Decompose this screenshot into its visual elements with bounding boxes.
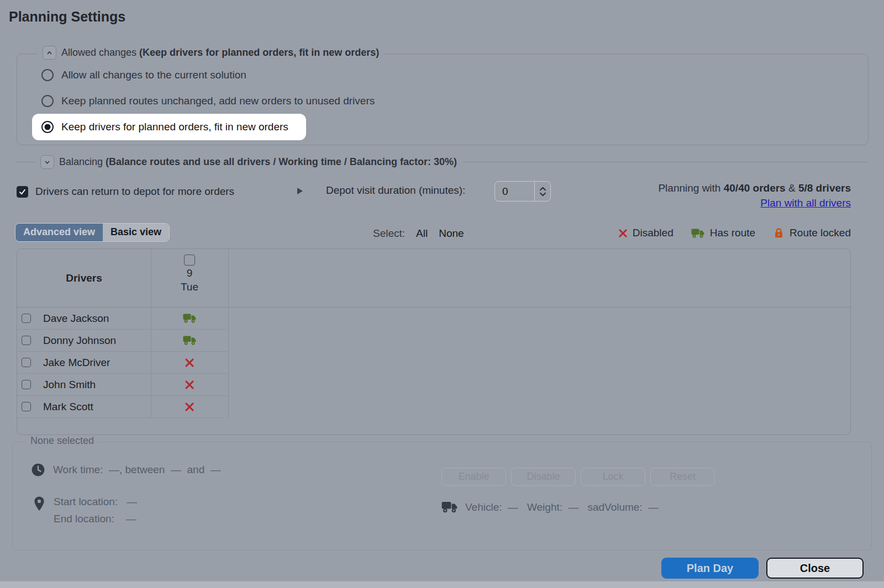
- tab-basic-view[interactable]: Basic view: [103, 224, 169, 241]
- driver-action-buttons: Enable Disable Lock Reset: [441, 468, 715, 486]
- location-pin-icon: [33, 496, 46, 512]
- view-toggle: Advanced view Basic view: [15, 223, 170, 242]
- radio-option-label[interactable]: Allow all changes to the current solutio…: [61, 69, 246, 81]
- radio-option: Keep planned routes unchanged, add new o…: [17, 88, 862, 114]
- select-label: Select:: [373, 227, 405, 240]
- driver-row: Donny Johnson: [17, 330, 228, 352]
- allowed-changes-legend: Allowed changes (Keep drivers for planne…: [38, 46, 383, 60]
- planning-settings-dialog: Planning Settings Allowed changes (Keep …: [0, 0, 884, 588]
- orders-count: 40/40 orders: [724, 182, 786, 194]
- footer-actions: Plan Day Close: [661, 558, 864, 579]
- disabled-icon: [185, 402, 194, 412]
- allowed-changes-options: Allow all changes to the current solutio…: [17, 62, 862, 140]
- driver-checkbox[interactable]: [22, 402, 31, 411]
- lock-button[interactable]: Lock: [581, 468, 645, 486]
- depot-duration-label: Depot visit duration (minutes):: [326, 184, 465, 197]
- driver-checkbox[interactable]: [22, 314, 31, 323]
- work-time-text: Work time: —, between — and —: [53, 464, 221, 476]
- expander-arrow-icon[interactable]: [297, 188, 303, 194]
- balancing-current: (Balance routes and use all drivers / Wo…: [106, 156, 457, 167]
- spinner-down-icon[interactable]: [539, 192, 546, 197]
- driver-status-cell: [151, 352, 228, 373]
- vehicle-row: Vehicle: — Weight: — sadVolume: —: [441, 501, 659, 513]
- driver-row: Dave Jackson: [17, 308, 228, 330]
- allowed-changes-title: Allowed changes: [61, 47, 139, 58]
- driver-row: John Smith: [17, 374, 228, 396]
- has-route-icon: [183, 335, 197, 346]
- drivers-table: Drivers 9 Tue Dave Jackson Donny Johnson…: [17, 248, 851, 435]
- day-number: 9: [187, 267, 193, 279]
- select-none-button[interactable]: None: [439, 227, 464, 240]
- driver-checkbox[interactable]: [22, 358, 31, 367]
- dialog-bottom-edge: [0, 581, 884, 588]
- radio-option: Keep drivers for planned orders, fit in …: [32, 114, 306, 140]
- selection-details-fieldset: None selected Work time: —, between — an…: [12, 442, 872, 550]
- drivers-column-header: Drivers: [17, 249, 151, 308]
- plan-day-button[interactable]: Plan Day: [661, 558, 759, 579]
- work-time-row: Work time: —, between — and —: [31, 463, 221, 477]
- day-column-header: 9 Tue: [151, 249, 228, 308]
- view-bar: Advanced view Basic view Select: All Non…: [15, 223, 851, 243]
- disabled-icon: [185, 358, 194, 368]
- select-day-checkbox[interactable]: [184, 255, 195, 266]
- driver-name: Jake McDriver: [43, 357, 110, 369]
- driver-status-cell: [151, 330, 228, 351]
- select-all-button[interactable]: All: [416, 227, 428, 240]
- driver-name: John Smith: [43, 379, 96, 391]
- radio-button[interactable]: [41, 69, 54, 81]
- enable-button[interactable]: Enable: [441, 468, 506, 486]
- allowed-changes-fieldset: Allowed changes (Keep drivers for planne…: [17, 54, 869, 145]
- vehicle-text: Vehicle: — Weight: — sadVolume: —: [465, 501, 659, 513]
- legend-has-route: Has route: [691, 227, 755, 239]
- chevron-up-icon: [45, 49, 54, 57]
- disable-button[interactable]: Disable: [511, 468, 576, 486]
- driver-status-cell: [151, 396, 228, 417]
- tab-advanced-view[interactable]: Advanced view: [15, 224, 103, 241]
- close-button[interactable]: Close: [766, 558, 864, 579]
- truck-icon: [691, 228, 705, 239]
- balancing-title: Balancing: [59, 156, 106, 167]
- location-row: Start location: — End location: —: [33, 496, 137, 525]
- spinner-up-icon[interactable]: [539, 187, 546, 191]
- reset-button[interactable]: Reset: [650, 468, 715, 486]
- clock-icon: [31, 463, 45, 477]
- driver-row: Mark Scott: [17, 396, 228, 418]
- driver-checkbox[interactable]: [22, 336, 31, 345]
- disabled-icon: [185, 380, 194, 390]
- drivers-count: 5/8 drivers: [798, 182, 851, 194]
- planning-summary: Planning with 40/40 orders & 5/8 drivers…: [658, 182, 851, 209]
- driver-checkbox[interactable]: [22, 380, 31, 389]
- driver-status-cell: [151, 374, 228, 395]
- radio-button[interactable]: [41, 95, 54, 107]
- page-title: Planning Settings: [9, 9, 125, 25]
- balancing-section: Balancing (Balance routes and use all dr…: [17, 155, 869, 169]
- plan-with-all-drivers-link[interactable]: Plan with all drivers: [760, 197, 851, 209]
- end-location-text: End location: —: [54, 513, 137, 525]
- radio-button[interactable]: [41, 121, 54, 133]
- driver-name: Mark Scott: [43, 401, 93, 413]
- depot-return-label[interactable]: Drivers can return to depot for more ord…: [35, 186, 234, 198]
- driver-name: Donny Johnson: [43, 335, 116, 347]
- selection-details-legend: None selected: [26, 435, 98, 447]
- duration-spinner[interactable]: [534, 182, 550, 201]
- legend-disabled: Disabled: [618, 227, 673, 239]
- radio-option-label[interactable]: Keep planned routes unchanged, add new o…: [61, 95, 375, 107]
- expand-button[interactable]: [40, 155, 54, 169]
- allowed-changes-current: (Keep drivers for planned orders, fit in…: [139, 47, 379, 58]
- radio-option-label[interactable]: Keep drivers for planned orders, fit in …: [61, 121, 288, 133]
- depot-duration-value[interactable]: 0: [495, 182, 534, 201]
- lock-icon: [773, 227, 785, 239]
- depot-return-checkbox[interactable]: [17, 186, 28, 198]
- driver-status-cell: [151, 308, 228, 329]
- driver-name: Dave Jackson: [43, 312, 109, 325]
- day-name: Tue: [181, 281, 198, 293]
- vehicle-truck-icon: [441, 501, 458, 513]
- driver-row: Jake McDriver: [17, 352, 228, 374]
- disabled-x-icon: [618, 229, 628, 238]
- depot-duration-input[interactable]: 0: [494, 181, 551, 202]
- legend-route-locked: Route locked: [773, 227, 851, 239]
- collapse-button[interactable]: [43, 46, 56, 60]
- status-legend: Disabled Has route Route locked: [618, 227, 851, 239]
- select-bar: Select: All None: [373, 227, 464, 240]
- drivers-rows: Dave Jackson Donny Johnson Jake McDriver…: [17, 308, 228, 418]
